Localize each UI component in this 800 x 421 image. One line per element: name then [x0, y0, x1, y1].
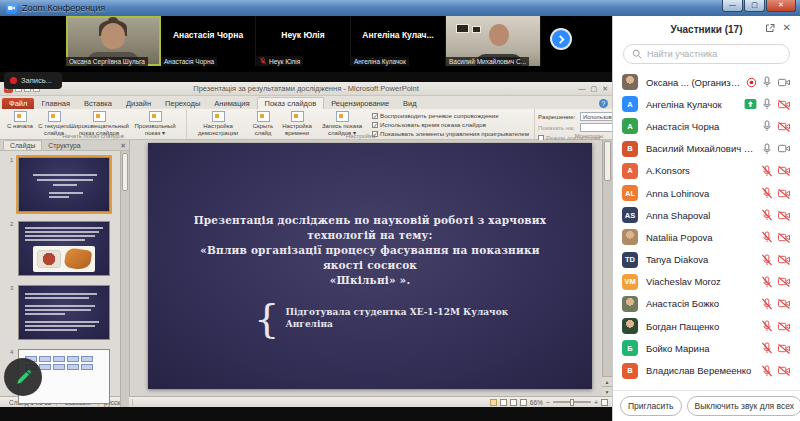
minimize-button[interactable]: —	[722, 0, 743, 12]
mic-icon	[761, 98, 773, 110]
participant-row[interactable]: VM Viacheslav Moroz	[613, 271, 800, 293]
next-slide-button[interactable]: ▼	[602, 386, 612, 396]
camera-off-icon	[777, 321, 791, 332]
tab-slides[interactable]: Слайды	[3, 140, 42, 150]
mic-muted-icon	[761, 254, 773, 266]
ribbon-tab[interactable]: Файл	[2, 98, 34, 109]
window-title: Zoom Конференция	[22, 3, 105, 13]
slide-thumbnail[interactable]	[18, 221, 110, 276]
mute-all-button[interactable]: Выключить звук для всех	[687, 396, 800, 416]
slide-thumbnail[interactable]	[18, 285, 110, 340]
ribbon-tabs: ФайлГлавнаяВставкаДизайнПереходыАнимация…	[0, 96, 612, 109]
participant-name: Василий Михайлович Сидор	[646, 143, 757, 154]
participants-footer: Пригласить Выключить звук для всех ...	[613, 390, 800, 421]
participant-row[interactable]: A A.Konsors	[613, 160, 800, 182]
ribbon-button-icon	[212, 111, 225, 122]
previous-slide-button[interactable]: ▲	[602, 376, 612, 386]
participant-row[interactable]: В Василий Михайлович Сидор	[613, 138, 800, 160]
desktop-background	[0, 407, 612, 421]
zoom-slider[interactable]	[553, 401, 591, 403]
avatar: Б	[622, 340, 638, 356]
mic-muted-icon	[761, 165, 773, 177]
participant-row[interactable]: Анастасія Божко	[613, 293, 800, 315]
participant-row[interactable]: Б Бойко Марина	[613, 337, 800, 359]
ribbon-tab[interactable]: Вставка	[77, 98, 119, 109]
ppt-minimize-button[interactable]: —	[579, 85, 586, 93]
ribbon-checkbox[interactable]: ✓ Использовать время показа слайдов	[372, 121, 529, 128]
video-tile[interactable]: Ангеліна Кулач...Ангеліна Кулачок	[351, 16, 446, 66]
ribbon-button[interactable]: С начала	[3, 110, 37, 130]
slideshow-view-button[interactable]	[520, 399, 527, 406]
ribbon: С начала С текущего слайда Широковещател…	[0, 109, 612, 140]
participant-row[interactable]: TD Tanya Diakova	[613, 249, 800, 271]
sorter-view-button[interactable]	[500, 399, 507, 406]
reading-view-button[interactable]	[510, 399, 517, 406]
fit-to-window-button[interactable]	[601, 399, 608, 406]
participant-row[interactable]: A Анастасія Чорна	[613, 115, 800, 137]
thumbnails-scrollbar[interactable]	[120, 151, 129, 413]
avatar: В	[622, 141, 638, 157]
ribbon-tab[interactable]: Переходы	[158, 98, 207, 109]
participants-panel: Участники (17) ✕ Оксана ... (Организатор…	[612, 16, 800, 421]
video-tile[interactable]: Оксана Сергіївна Шульга	[66, 16, 161, 66]
zoom-out-button[interactable]: −	[546, 399, 550, 406]
avatar: A	[622, 96, 638, 112]
slide-scrollbar[interactable]: ▲ ▼	[602, 140, 612, 396]
participant-search[interactable]	[623, 44, 790, 64]
ribbon-group-label: Настройка	[187, 133, 534, 139]
mic-muted-icon	[761, 276, 773, 288]
annotation-button[interactable]	[4, 358, 42, 396]
zoom-in-button[interactable]: +	[594, 399, 598, 406]
camera-off-icon	[777, 121, 791, 132]
ribbon-tab[interactable]: Главная	[34, 98, 77, 109]
participant-row[interactable]: Богдан Пащенко	[613, 315, 800, 337]
current-slide[interactable]: Презентація досліджень по науковій робот…	[148, 143, 592, 389]
maximize-button[interactable]: ▢	[744, 0, 765, 12]
normal-view-button[interactable]	[490, 399, 497, 406]
participant-row[interactable]: Nataliia Popova	[613, 226, 800, 248]
ribbon-tab[interactable]: Рецензирование	[324, 98, 396, 109]
participant-row[interactable]: Оксана ... (Организатор, я)	[613, 71, 800, 93]
tile-label: Неук Юлія	[269, 58, 300, 65]
tab-outline[interactable]: Структура	[42, 141, 86, 150]
popout-icon[interactable]	[765, 23, 775, 33]
mic-muted-icon	[761, 342, 773, 354]
participant-row[interactable]: A Ангеліна Кулачок	[613, 93, 800, 115]
filmstrip-next-button[interactable]	[552, 30, 570, 48]
participant-row[interactable]: AL Anna Lohinova	[613, 182, 800, 204]
participant-name: Viacheslav Moroz	[646, 276, 757, 287]
panel-close-icon[interactable]: ✕	[783, 23, 791, 33]
ribbon-group: Настройка демонстрации Скрыть слайд Наст…	[187, 109, 535, 139]
camera-off-icon	[777, 232, 791, 243]
tile-name: Неук Юлія	[256, 16, 350, 54]
ribbon-tab[interactable]: Анимация	[207, 98, 256, 109]
search-input[interactable]	[647, 49, 781, 59]
ppt-maximize-button[interactable]: ▢	[591, 85, 598, 93]
camera-icon	[777, 77, 791, 88]
search-icon	[632, 49, 642, 59]
ribbon-group: С начала С текущего слайда Широковещател…	[0, 109, 187, 139]
ribbon-button-icon	[93, 111, 106, 122]
ribbon-checkbox[interactable]: ✓ Воспроизводить речевое сопровождение	[372, 112, 529, 119]
recording-indicator: Запись...	[4, 72, 62, 89]
invite-button[interactable]: Пригласить	[620, 396, 682, 416]
video-tile[interactable]: Василий Михайлович С...	[446, 16, 541, 66]
help-icon[interactable]: ?	[599, 99, 608, 108]
ribbon-tab[interactable]: Вид	[396, 98, 424, 109]
video-filmstrip: Оксана Сергіївна ШульгаАнастасія ЧорнаАн…	[0, 16, 612, 72]
participant-row[interactable]: AS Anna Shapoval	[613, 204, 800, 226]
slide-thumbnail[interactable]	[18, 157, 110, 212]
camera-off-icon	[777, 99, 791, 110]
slide-title: Презентація досліджень по науковій робот…	[148, 213, 592, 288]
slides-panel-close-icon[interactable]: ✕	[120, 142, 126, 150]
close-button[interactable]: ✕	[766, 0, 796, 12]
ribbon-tab[interactable]: Дизайн	[119, 98, 158, 109]
ppt-close-button[interactable]: ✕	[602, 85, 608, 93]
video-tile[interactable]: Анастасія ЧорнаАнастасія Чорна	[161, 16, 256, 66]
mic-icon	[761, 76, 773, 88]
record-dot-icon	[10, 77, 17, 84]
powerpoint-window: P Презентація за результатами дослідженн…	[0, 82, 612, 407]
video-tile[interactable]: Неук Юлія Неук Юлія	[256, 16, 351, 66]
ribbon-tab[interactable]: Показ слайдов	[257, 97, 325, 109]
participant-row[interactable]: В Владислав Веремеенко	[613, 359, 800, 381]
